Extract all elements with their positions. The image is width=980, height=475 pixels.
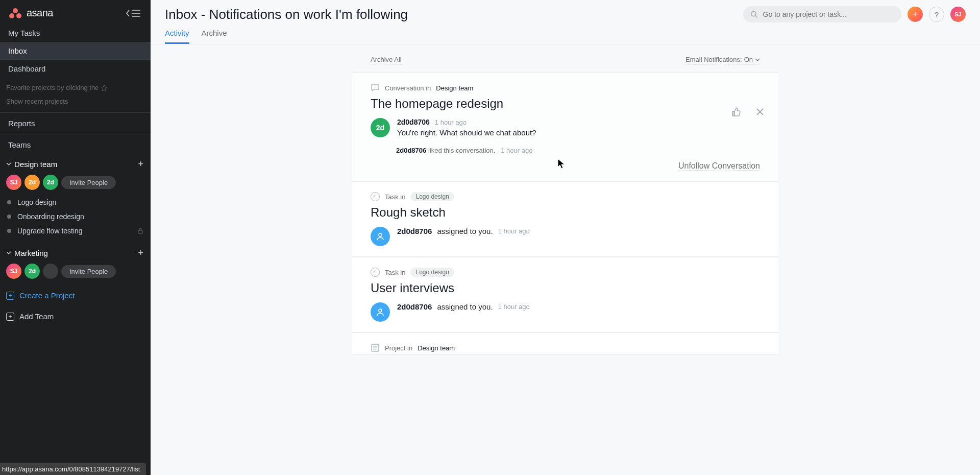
- plus-icon: +: [6, 313, 14, 321]
- conversation-icon: [371, 83, 380, 92]
- email-notifications-toggle[interactable]: Email Notifications: On: [685, 56, 760, 64]
- assignee-icon: [371, 302, 390, 322]
- like-button[interactable]: [731, 107, 742, 119]
- inbox-feed: Archive All Email Notifications: On Conv…: [352, 56, 778, 455]
- page-title: Inbox - Notifications on work I'm follow…: [165, 7, 737, 22]
- search-input[interactable]: [763, 10, 894, 18]
- item-title: User interviews: [371, 281, 760, 295]
- svg-rect-6: [138, 230, 142, 233]
- avatar[interactable]: 2d: [43, 175, 58, 190]
- meta-prefix: Conversation in: [385, 84, 431, 92]
- project-onboarding-redesign[interactable]: Onboarding redesign: [0, 209, 151, 224]
- nav-inbox[interactable]: Inbox: [0, 42, 151, 60]
- svg-line-8: [755, 16, 757, 18]
- assigned-text: assigned to you.: [437, 227, 493, 235]
- invite-people-button[interactable]: Invite People: [61, 176, 116, 189]
- add-to-design-team-button[interactable]: +: [138, 159, 143, 169]
- lock-icon: [137, 228, 143, 234]
- email-notif-label: Email Notifications:: [685, 56, 742, 63]
- author-avatar[interactable]: 2d: [371, 118, 390, 137]
- timestamp: 1 hour ago: [498, 227, 530, 235]
- logo-text: asana: [27, 7, 53, 19]
- timestamp: 1 hour ago: [435, 118, 467, 126]
- nav-reports[interactable]: Reports: [0, 112, 151, 134]
- author-name: 2d0d8706: [397, 118, 430, 126]
- liked-author: 2d0d8706: [396, 147, 426, 154]
- nav-my-tasks[interactable]: My Tasks: [0, 24, 151, 42]
- team-marketing[interactable]: Marketing: [6, 249, 48, 257]
- inbox-item-conversation[interactable]: Conversation in Design team The homepage…: [352, 73, 778, 181]
- assignee-icon: [371, 227, 390, 246]
- invite-people-button[interactable]: Invite People: [61, 265, 116, 278]
- email-notif-state: On: [744, 56, 753, 63]
- sidebar-collapse-button[interactable]: [125, 8, 142, 18]
- design-team-avatars: SJ 2d 2d Invite People: [0, 173, 151, 195]
- add-team-label: Add Team: [19, 312, 54, 321]
- avatar[interactable]: SJ: [6, 175, 21, 190]
- timestamp: 1 hour ago: [498, 303, 530, 311]
- add-to-marketing-button[interactable]: +: [138, 248, 143, 257]
- create-project-button[interactable]: + Create a Project: [0, 284, 151, 307]
- asana-logo-icon: [8, 8, 22, 19]
- teams-header: Teams: [0, 134, 151, 155]
- liked-line: 2d0d8706 liked this conversation. 1 hour…: [396, 147, 760, 154]
- favorite-hint: Favorite projects by clicking the: [0, 78, 151, 92]
- svg-point-11: [379, 233, 382, 236]
- svg-point-0: [13, 8, 18, 13]
- inbox-item-project[interactable]: Project in Design team: [352, 332, 778, 355]
- archive-all-link[interactable]: Archive All: [371, 56, 402, 64]
- caret-down-icon: [6, 250, 11, 255]
- inbox-item-task[interactable]: Task in Logo design User interviews 2d0d…: [352, 257, 778, 332]
- marketing-avatars: SJ 2d Invite People: [0, 262, 151, 284]
- status-url: https://app.asana.com/0/808511394219727/…: [0, 463, 146, 475]
- asana-logo[interactable]: asana: [8, 7, 53, 19]
- chevron-down-icon: [755, 57, 760, 62]
- team-name: Design team: [14, 160, 57, 169]
- nav-dashboard[interactable]: Dashboard: [0, 60, 151, 78]
- dismiss-button[interactable]: [756, 108, 764, 118]
- main: Inbox - Notifications on work I'm follow…: [151, 0, 980, 475]
- project-logo-design[interactable]: Logo design: [0, 195, 151, 209]
- star-icon: [101, 84, 108, 91]
- sidebar: asana My Tasks Inbox Dashboard Favorite …: [0, 0, 151, 475]
- search-box[interactable]: [743, 6, 901, 22]
- team-design-team[interactable]: Design team: [6, 160, 57, 169]
- item-title: Rough sketch: [371, 205, 760, 220]
- inbox-item-task[interactable]: Task in Logo design Rough sketch 2d0d870…: [352, 181, 778, 257]
- project-label: Upgrade flow testing: [17, 227, 83, 235]
- liked-text: liked this conversation.: [428, 147, 496, 154]
- plus-icon: +: [6, 292, 14, 300]
- create-project-label: Create a Project: [19, 291, 75, 300]
- project-icon: [371, 343, 380, 352]
- meta-location: Logo design: [410, 192, 454, 201]
- project-label: Onboarding redesign: [17, 212, 84, 221]
- avatar[interactable]: 2d: [24, 264, 40, 279]
- avatar[interactable]: SJ: [6, 264, 21, 279]
- assigned-text: assigned to you.: [437, 302, 493, 311]
- add-team-button[interactable]: + Add Team: [0, 307, 151, 326]
- global-add-button[interactable]: +: [908, 7, 923, 22]
- meta-prefix: Task in: [385, 193, 405, 201]
- svg-point-7: [751, 12, 756, 16]
- show-recent-projects[interactable]: Show recent projects: [0, 92, 151, 112]
- team-name: Marketing: [14, 249, 48, 257]
- project-label: Logo design: [17, 198, 56, 206]
- author-name: 2d0d8706: [397, 227, 432, 235]
- avatar[interactable]: 2d: [24, 175, 40, 190]
- profile-avatar[interactable]: SJ: [950, 7, 966, 22]
- author-name: 2d0d8706: [397, 302, 432, 311]
- favorite-hint-text: Favorite projects by clicking the: [6, 84, 99, 91]
- project-upgrade-flow-testing[interactable]: Upgrade flow testing: [0, 224, 151, 238]
- meta-location: Design team: [418, 344, 455, 352]
- task-icon: [371, 268, 380, 277]
- liked-time: 1 hour ago: [501, 147, 532, 154]
- meta-location: Design team: [436, 84, 473, 92]
- meta-location: Logo design: [410, 268, 454, 277]
- tab-activity[interactable]: Activity: [165, 29, 189, 44]
- comment-text: You're right. What should we chat about?: [397, 128, 760, 137]
- tab-archive[interactable]: Archive: [202, 29, 227, 44]
- svg-point-1: [9, 13, 14, 18]
- help-button[interactable]: ?: [929, 7, 944, 22]
- item-title: The homepage redesign: [371, 97, 760, 111]
- unfollow-link[interactable]: Unfollow Conversation: [678, 161, 760, 171]
